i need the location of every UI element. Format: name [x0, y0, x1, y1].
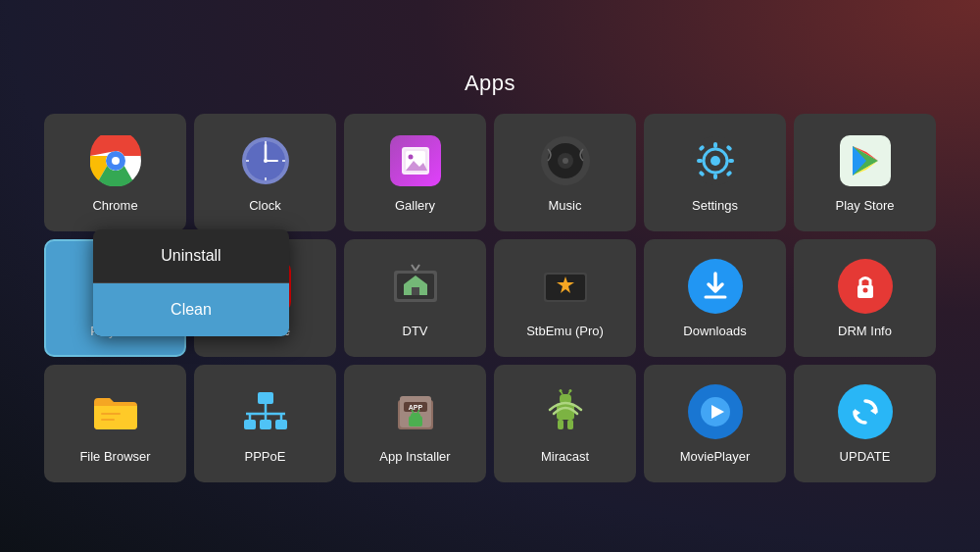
svg-rect-58 [275, 420, 287, 429]
svg-marker-85 [855, 409, 860, 417]
app-tile-play-store[interactable]: Play Store [794, 114, 936, 231]
app-installer-icon: APP [390, 386, 441, 437]
gallery-icon [390, 135, 441, 186]
app-label-stbemu: StbEmu (Pro) [526, 324, 604, 338]
app-label-settings: Settings [692, 198, 738, 213]
drm-icon [838, 259, 893, 314]
app-tile-music[interactable]: Music [494, 114, 636, 231]
svg-point-21 [563, 158, 568, 164]
downloads-icon [688, 259, 743, 314]
clock-icon [240, 135, 291, 186]
app-tile-clock[interactable]: Clock [194, 114, 336, 231]
svg-marker-84 [870, 407, 876, 415]
app-label-update: UPDATE [840, 449, 891, 464]
app-tile-downloads[interactable]: Downloads [644, 239, 786, 357]
app-label-clock: Clock [249, 198, 281, 213]
svg-rect-70 [409, 419, 422, 427]
svg-line-46 [416, 265, 419, 271]
svg-rect-55 [258, 392, 273, 404]
app-label-pppoe: PPPoE [245, 449, 286, 464]
app-tile-stbemu[interactable]: StbEmu (Pro) [494, 239, 636, 357]
svg-point-52 [862, 288, 867, 293]
app-label-app-installer: App Installer [379, 449, 450, 464]
app-tile-miracast[interactable]: Miracast [494, 365, 636, 482]
play-store-icon [840, 135, 891, 186]
svg-point-16 [408, 155, 413, 160]
svg-rect-80 [558, 420, 564, 429]
file-browser-icon [90, 386, 141, 437]
update-icon [838, 384, 893, 439]
app-label-chrome: Chrome [92, 198, 137, 213]
svg-text:APP: APP [408, 404, 422, 411]
svg-rect-28 [728, 159, 734, 163]
app-tile-movie-player[interactable]: MoviePlayer [644, 365, 786, 482]
app-label-gallery: Gallery [395, 198, 435, 213]
app-label-file-browser: File Browser [79, 449, 150, 464]
svg-rect-44 [412, 287, 419, 295]
stbemu-icon [540, 261, 591, 312]
svg-rect-27 [697, 159, 703, 163]
app-tile-dtv[interactable]: DTV [344, 239, 486, 357]
app-tile-update[interactable]: UPDATE [794, 365, 936, 482]
svg-point-3 [112, 157, 120, 165]
dtv-icon [390, 261, 441, 312]
music-icon [540, 135, 591, 186]
app-label-movie-player: MoviePlayer [680, 449, 751, 464]
app-label-dtv: DTV [403, 324, 428, 338]
context-menu-clean[interactable]: Clean [93, 283, 289, 336]
svg-point-78 [568, 389, 571, 392]
app-label-drm-info: DRM Info [838, 324, 892, 338]
chrome-icon [90, 135, 141, 186]
app-grid: Chrome Clock [44, 114, 936, 482]
app-tile-gallery[interactable]: Gallery [344, 114, 486, 231]
app-tile-pppoe[interactable]: PPPoE [194, 365, 336, 482]
app-tile-settings[interactable]: Settings [644, 114, 786, 231]
app-tile-app-installer[interactable]: APP App Installer [344, 365, 486, 482]
svg-rect-56 [244, 420, 256, 429]
app-label-downloads: Downloads [683, 324, 746, 338]
svg-rect-71 [411, 413, 420, 420]
miracast-icon [540, 386, 591, 437]
svg-rect-79 [557, 404, 574, 420]
app-tile-drm-info[interactable]: DRM Info [794, 239, 936, 357]
context-menu: Uninstall Clean [93, 229, 289, 336]
app-tile-file-browser[interactable]: File Browser [44, 365, 186, 482]
app-tile-chrome[interactable]: Chrome [44, 114, 186, 231]
svg-rect-81 [567, 420, 573, 429]
app-label-music: Music [549, 198, 582, 213]
app-label-play-store: Play Store [836, 198, 895, 213]
app-label-miracast: Miracast [541, 449, 589, 464]
svg-point-76 [559, 389, 562, 392]
settings-icon [690, 135, 741, 186]
svg-point-24 [710, 156, 720, 166]
page-title: Apps [465, 71, 515, 96]
movie-player-icon [688, 384, 743, 439]
pppoe-icon [240, 386, 291, 437]
svg-rect-57 [260, 420, 271, 429]
svg-rect-25 [713, 142, 717, 148]
svg-rect-26 [713, 174, 717, 179]
context-menu-uninstall[interactable]: Uninstall [93, 229, 289, 283]
